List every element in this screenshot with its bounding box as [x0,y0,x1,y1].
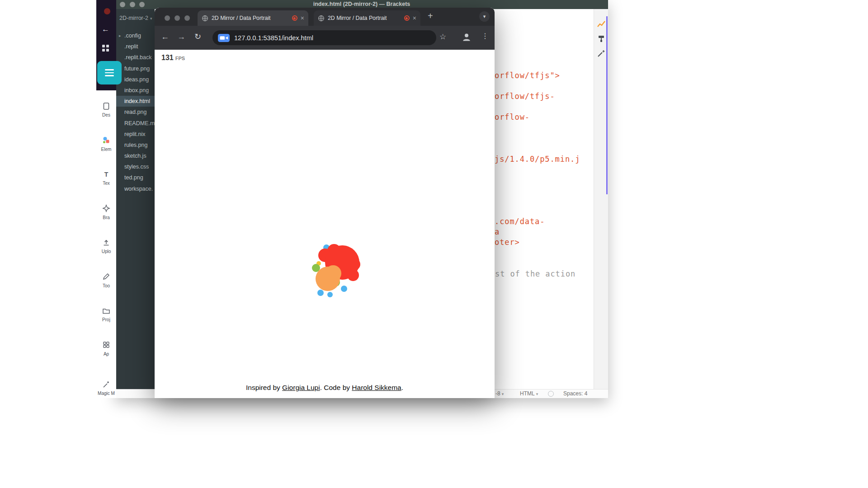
zoom-button[interactable] [184,15,190,21]
brand-icon [102,204,110,213]
back-button[interactable]: ← [161,33,169,41]
chevron-down-icon: ▾ [536,392,538,396]
sidebar-item-label: Ap [104,352,109,357]
file-name: future.png [124,66,150,72]
forward-button[interactable]: → [177,33,185,41]
fps-counter: 131FPS [161,54,185,62]
file-list: ▸.config .replit .replit.back future.png… [115,30,155,194]
sidebar-item-label: Elem [101,147,112,152]
code-line[interactable]: orflow/tfjs"> [495,71,560,80]
tab-title: 2D Mirror / Data Portrait [328,15,401,21]
sidebar-item-design[interactable]: Des [96,93,116,127]
caption-text: Inspired by [246,384,282,391]
file-name: README.md [124,120,155,127]
browser-page: 131FPS Inspired by Giorgia Lupi. Code by… [155,50,495,398]
caption-text: . [401,384,403,391]
file-name: ideas.png [124,76,149,83]
sidebar-item-brand[interactable]: Bra [96,195,116,230]
code-comment-line[interactable]: st of the action [495,269,576,278]
chrome-window: 2D Mirror / Data Portrait × 2D Mirror / … [155,8,495,398]
tab-close-icon[interactable]: × [413,15,416,21]
file-row[interactable]: inbox.png [115,85,155,96]
tab-active[interactable]: 2D Mirror / Data Portrait × [198,10,308,26]
caption-text: . Code by [320,384,352,391]
bookmark-star-icon[interactable]: ☆ [439,33,446,41]
indent-setting[interactable]: Spaces: 4 [563,389,587,398]
file-row[interactable]: workspace. [115,183,155,194]
sidebar-item-tools[interactable]: Too [96,263,116,298]
code-line[interactable]: .com/data- [495,217,545,226]
encoding-value: -8 [495,390,500,397]
sidebar-item-uploads[interactable]: Uplo [96,229,116,263]
sidebar-item-elements[interactable]: Elem [96,127,116,161]
generative-blob-art [308,241,367,300]
back-arrow-icon[interactable]: ← [102,25,109,33]
menu-kebab-icon[interactable]: ⋮ [481,33,489,40]
file-row[interactable]: rules.png [115,140,155,150]
file-name: styles.css [124,164,149,170]
chart-icon[interactable] [597,19,606,30]
link-giorgia-lupi[interactable]: Giorgia Lupi [282,384,320,391]
canva-nav: Des Elem T Tex Bra Uplo Too [96,93,116,405]
file-row-active[interactable]: index.html [115,96,155,107]
file-name: read.png [124,109,146,115]
file-row[interactable]: ▸.config [115,30,155,41]
grid-icon[interactable] [102,45,109,52]
tab-close-icon[interactable]: × [301,15,304,21]
sidebar-item-apps[interactable]: Ap [96,332,116,366]
sidebar-item-magic[interactable]: Magic M [96,371,116,405]
uploads-icon [102,238,110,247]
close-button[interactable] [165,15,170,21]
sidebar-item-label: Bra [103,215,110,220]
project-name: 2D-mirror-2 [119,15,148,21]
paint-roller-icon[interactable] [597,34,606,45]
tab-strip[interactable]: 2D Mirror / Data Portrait × 2D Mirror / … [155,8,495,26]
code-line[interactable]: oter> [495,238,520,247]
recording-indicator-icon [292,15,297,21]
project-dropdown[interactable]: 2D-mirror-2▾ [115,9,155,30]
file-name: workspace. [124,186,153,192]
profile-avatar-icon[interactable] [461,32,472,42]
file-row[interactable]: styles.css [115,161,155,172]
file-row[interactable]: ted.png [115,172,155,183]
sidebar-item-label: Des [102,113,110,117]
link-harold-sikkema[interactable]: Harold Sikkema [352,384,401,391]
file-row[interactable]: .replit.back [115,52,155,63]
language-dropdown[interactable]: HTML▾ [520,389,538,399]
lint-status-icon[interactable] [548,391,554,397]
chevron-down-icon: ▾ [150,16,152,21]
code-line[interactable]: a [495,227,500,236]
sidebar-item-text[interactable]: T Tex [96,161,116,195]
code-line[interactable]: orflow- [495,113,530,122]
tab-search-button[interactable]: ▾ [479,11,490,22]
address-bar[interactable]: 127.0.0.1:53851/index.html [212,30,436,45]
tab-capture-camera-icon[interactable] [218,34,230,42]
sidebar-item-projects[interactable]: Proj [96,297,116,332]
browser-toolbar: ← → ↻ 127.0.0.1:53851/index.html ☆ ⋮ [155,26,495,50]
new-tab-button[interactable]: + [428,11,433,20]
file-name: inbox.png [124,87,149,94]
folder-icon [102,306,110,315]
code-line[interactable]: orflow/tfjs- [495,92,555,101]
folder-collapsed-icon[interactable]: ▸ [119,30,121,41]
sidebar-item-label: Proj [102,317,110,322]
file-row[interactable]: read.png [115,107,155,117]
sidebar-item-label: Magic M [98,391,115,396]
file-row[interactable]: replit.nix [115,129,155,140]
page-caption: Inspired by Giorgia Lupi. Code by Harold… [155,384,495,392]
tab[interactable]: 2D Mirror / Data Portrait × [314,10,420,26]
editor-scrollbar[interactable] [606,16,608,194]
hamburger-menu-button[interactable] [97,61,122,84]
minimize-button[interactable] [175,15,180,21]
file-name: .config [124,33,141,39]
code-line[interactable]: js/1.4.0/p5.min.j [495,155,580,164]
spaces-value: Spaces: 4 [563,390,587,397]
file-row[interactable]: .replit [115,41,155,52]
file-row[interactable]: README.md [115,118,155,129]
reload-button[interactable]: ↻ [194,33,201,41]
fps-value: 131 [161,54,174,61]
magic-wand-icon[interactable] [597,49,606,60]
file-name: .replit.back [124,54,151,61]
encoding-dropdown[interactable]: -8▾ [495,389,504,399]
file-row[interactable]: sketch.js [115,150,155,161]
